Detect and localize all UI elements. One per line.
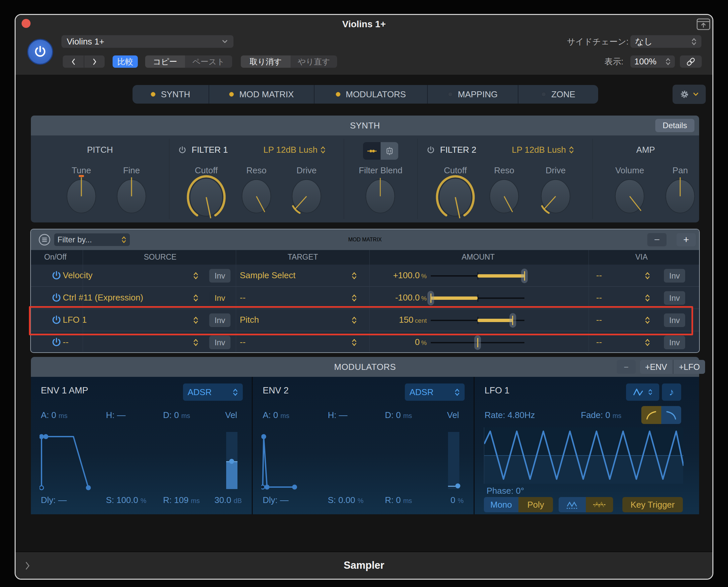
- copy-button[interactable]: コピー: [145, 55, 185, 68]
- filter1-reso-knob[interactable]: [239, 175, 274, 216]
- row2-amount-value[interactable]: -100.0 %: [370, 292, 427, 303]
- remove-modulator-button[interactable]: −: [617, 360, 636, 374]
- row1-target-select[interactable]: Sample Select: [240, 270, 296, 281]
- filter1-type-select[interactable]: LP 12dB Lush: [264, 145, 326, 155]
- add-lfo-button[interactable]: +LFO: [673, 360, 705, 374]
- row4-target-select[interactable]: --: [240, 337, 246, 347]
- row4-via-inv-button[interactable]: Inv: [664, 336, 685, 349]
- row4-amount-value[interactable]: 0 %: [370, 337, 427, 347]
- row1-amount-slider[interactable]: [431, 269, 524, 283]
- add-env-button[interactable]: +ENV: [640, 360, 672, 374]
- view-zoom-stepper[interactable]: 100%: [630, 55, 675, 68]
- env2-graph[interactable]: [261, 429, 444, 490]
- row4-source-select[interactable]: --: [63, 337, 68, 347]
- row1-amount-value[interactable]: +100.0 %: [370, 270, 427, 281]
- fade-in-button[interactable]: [641, 406, 661, 424]
- lfo1-rate[interactable]: Rate: 4.80Hz: [484, 410, 535, 420]
- updown-chevrons-icon[interactable]: [351, 271, 357, 280]
- tab-synth[interactable]: SYNTH: [133, 85, 209, 103]
- settings-button[interactable]: [673, 85, 706, 104]
- row3-target-select[interactable]: Pitch: [240, 315, 259, 325]
- updown-chevrons-icon[interactable]: [351, 338, 357, 347]
- env1-attack[interactable]: A: 0 ms: [41, 410, 67, 420]
- row2-source-inv-button[interactable]: Inv: [209, 291, 230, 305]
- row4-source-inv-button[interactable]: Inv: [209, 336, 230, 349]
- row3-source-inv-button[interactable]: Inv: [209, 313, 230, 327]
- lfo1-sync-button[interactable]: ♪: [662, 383, 681, 401]
- row2-via-inv-button[interactable]: Inv: [664, 291, 685, 305]
- lfo1-wave-display[interactable]: [484, 427, 683, 484]
- row1-source-select[interactable]: Velocity: [63, 270, 93, 281]
- row2-power-toggle[interactable]: [51, 292, 62, 303]
- updown-chevrons-icon[interactable]: [645, 316, 650, 325]
- row2-amount-slider[interactable]: [431, 291, 524, 305]
- lfo1-unipolar-button[interactable]: [559, 497, 586, 512]
- expand-chevron-icon[interactable]: [25, 561, 30, 570]
- filter1-cutoff-knob[interactable]: [187, 173, 226, 220]
- env1-hold[interactable]: H: —: [106, 410, 126, 420]
- tab-mapping[interactable]: MAPPING: [428, 85, 519, 103]
- row2-source-select[interactable]: Ctrl #11 (Expression): [63, 292, 143, 303]
- env1-level[interactable]: 30.0 dB: [192, 495, 242, 505]
- pan-knob[interactable]: [663, 175, 698, 216]
- tune-knob[interactable]: [64, 175, 99, 216]
- lfo1-phase[interactable]: Phase: 0°: [486, 486, 524, 496]
- add-row-button[interactable]: +: [677, 233, 696, 246]
- updown-chevrons-icon[interactable]: [351, 294, 357, 303]
- row3-via-select[interactable]: --: [596, 315, 602, 325]
- lfo1-poly-button[interactable]: Poly: [519, 497, 553, 512]
- row1-source-inv-button[interactable]: Inv: [209, 269, 230, 283]
- filter2-reso-knob[interactable]: [487, 175, 521, 216]
- tab-mod-matrix[interactable]: MOD MATRIX: [209, 85, 315, 103]
- env2-hold[interactable]: H: —: [328, 410, 347, 420]
- filter2-drive-knob[interactable]: [538, 175, 573, 216]
- updown-chevrons-icon[interactable]: [645, 271, 650, 280]
- filter2-type-select[interactable]: LP 12dB Lush: [512, 145, 574, 155]
- undo-button[interactable]: 取り消す: [241, 55, 291, 68]
- row2-via-select[interactable]: --: [596, 292, 602, 303]
- sidechain-select[interactable]: なし: [630, 35, 701, 48]
- env2-attack[interactable]: A: 0 ms: [263, 410, 289, 420]
- link-button[interactable]: [680, 55, 702, 68]
- lfo1-waveform-select[interactable]: [626, 383, 659, 401]
- paste-button[interactable]: ペースト: [185, 55, 232, 68]
- row3-amount-slider[interactable]: [431, 313, 524, 327]
- fine-knob[interactable]: [114, 175, 149, 216]
- plugin-power-button[interactable]: [27, 39, 53, 65]
- filter-blend-knob[interactable]: [363, 175, 397, 216]
- updown-chevrons-icon[interactable]: [193, 294, 199, 303]
- row4-via-select[interactable]: --: [596, 337, 602, 347]
- matrix-menu-icon[interactable]: [38, 233, 51, 246]
- row4-power-toggle[interactable]: [51, 337, 62, 348]
- prev-preset-button[interactable]: [63, 55, 84, 68]
- updown-chevrons-icon[interactable]: [193, 338, 199, 347]
- env2-release[interactable]: R: 0 ms: [385, 495, 412, 505]
- compare-button[interactable]: 比較: [113, 55, 138, 68]
- env2-level[interactable]: 0 %: [414, 495, 464, 505]
- tab-zone[interactable]: ZONE: [519, 85, 598, 103]
- row3-power-toggle[interactable]: [51, 314, 62, 326]
- row4-amount-slider[interactable]: [431, 336, 524, 350]
- env2-delay[interactable]: Dly: —: [263, 495, 289, 505]
- tab-modulators[interactable]: MODULATORS: [315, 85, 428, 103]
- filter2-cutoff-knob[interactable]: [436, 173, 475, 220]
- lfo1-mono-button[interactable]: Mono: [484, 497, 519, 512]
- filter2-power-icon[interactable]: [426, 145, 435, 155]
- env2-vel-slider[interactable]: [448, 432, 459, 489]
- row1-via-select[interactable]: --: [596, 270, 602, 281]
- env2-mode-select[interactable]: ADSR: [405, 383, 464, 401]
- remove-row-button[interactable]: −: [647, 233, 666, 246]
- row1-via-inv-button[interactable]: Inv: [664, 269, 685, 283]
- row2-target-select[interactable]: --: [240, 292, 246, 303]
- routing-parallel-button[interactable]: [381, 142, 398, 160]
- details-button[interactable]: Details: [655, 119, 695, 132]
- env1-delay[interactable]: Dly: —: [41, 495, 67, 505]
- lfo1-fade[interactable]: Fade: 0 ms: [581, 410, 621, 420]
- popout-icon[interactable]: [697, 18, 710, 30]
- env1-graph[interactable]: [40, 429, 222, 490]
- updown-chevrons-icon[interactable]: [645, 294, 650, 303]
- updown-chevrons-icon[interactable]: [645, 338, 650, 347]
- row3-source-select[interactable]: LFO 1: [63, 315, 87, 325]
- redo-button[interactable]: やり直す: [291, 55, 337, 68]
- env1-vel-slider[interactable]: [226, 432, 237, 489]
